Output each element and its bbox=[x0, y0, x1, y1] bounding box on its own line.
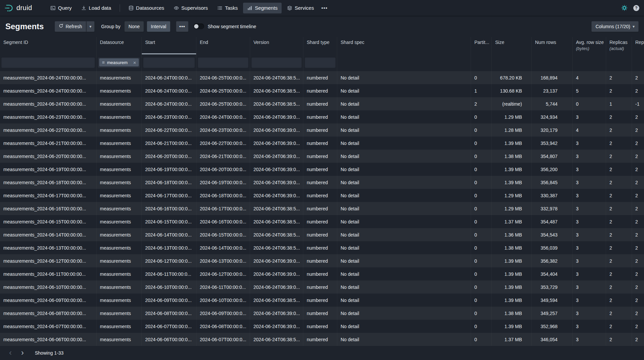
cell-start: 2024-06-14T00:00:0... bbox=[142, 228, 196, 241]
table-row[interactable]: measurements_2024-06-08T00:00:00...measu… bbox=[0, 307, 644, 320]
table-row[interactable]: measurements_2024-06-14T00:00:00...measu… bbox=[0, 228, 644, 241]
cell-segment_id: measurements_2024-06-07T00:00:00... bbox=[0, 320, 97, 333]
table-row[interactable]: measurements_2024-06-17T00:00:00...measu… bbox=[0, 189, 644, 202]
segments-more-actions-button[interactable]: ••• bbox=[176, 21, 189, 32]
cell-num_rows: 356,845 bbox=[532, 176, 573, 189]
refresh-button[interactable]: Refresh bbox=[55, 21, 86, 32]
table-row[interactable]: measurements_2024-06-16T00:00:00...measu… bbox=[0, 202, 644, 215]
previous-page-button[interactable]: ‹ bbox=[5, 348, 15, 358]
cell-partition: 0 bbox=[471, 280, 492, 294]
cell-avg_row_size: 3 bbox=[573, 189, 606, 202]
table-row[interactable]: measurements_2024-06-20T00:00:00...measu… bbox=[0, 150, 644, 163]
filter-input-segment_id[interactable] bbox=[1, 57, 95, 68]
nav-item-load-data[interactable]: Load data bbox=[77, 3, 115, 13]
datasource-filter-tag[interactable]: ≡measurem× bbox=[99, 58, 139, 66]
table-row[interactable]: measurements_2024-06-21T00:00:00...measu… bbox=[0, 137, 644, 150]
column-header-start[interactable]: Start bbox=[142, 37, 196, 54]
table-row[interactable]: measurements_2024-06-11T00:00:00...measu… bbox=[0, 267, 644, 280]
column-header-num_rows[interactable]: Num rows bbox=[532, 37, 573, 54]
brand-name: druid bbox=[16, 4, 32, 12]
druid-brand[interactable]: druid bbox=[5, 4, 32, 12]
cell-partition: 0 bbox=[471, 320, 492, 333]
column-header-datasource[interactable]: Datasource bbox=[97, 37, 142, 54]
cell-end: 2024-06-22T00:00:0... bbox=[196, 137, 250, 150]
cell-replicas: 2 bbox=[606, 215, 632, 228]
nav-item-label: Services bbox=[295, 5, 314, 11]
cell-partition: 0 bbox=[471, 254, 492, 267]
nav-item-datasources[interactable]: Datasources bbox=[124, 3, 168, 13]
table-row[interactable]: measurements_2024-06-07T00:00:00...measu… bbox=[0, 320, 644, 333]
cell-end: 2024-06-08T00:00:0... bbox=[196, 320, 250, 333]
nav-item-query[interactable]: Query bbox=[46, 3, 76, 13]
group-by-none-button[interactable]: None bbox=[124, 21, 143, 32]
table-row[interactable]: measurements_2024-06-24T00:00:00...measu… bbox=[0, 71, 644, 84]
column-header-version[interactable]: Version bbox=[250, 37, 303, 54]
help-icon[interactable]: ? bbox=[633, 5, 639, 11]
table-row[interactable]: measurements_2024-06-13T00:00:00...measu… bbox=[0, 241, 644, 254]
group-by-interval-button[interactable]: Interval bbox=[147, 21, 170, 32]
table-row[interactable]: measurements_2024-06-24T00:00:00...measu… bbox=[0, 84, 644, 97]
refresh-menu-button[interactable]: ▾ bbox=[86, 21, 95, 32]
table-row[interactable]: measurements_2024-06-19T00:00:00...measu… bbox=[0, 163, 644, 176]
column-header-end[interactable]: End bbox=[196, 37, 250, 54]
nav-item-services[interactable]: Services bbox=[283, 3, 318, 13]
cell-shard_type: numbered bbox=[303, 176, 337, 189]
cell-segment_id: measurements_2024-06-20T00:00:00... bbox=[0, 150, 97, 163]
nav-item-segments[interactable]: Segments bbox=[243, 3, 282, 13]
cell-end: 2024-06-18T00:00:0... bbox=[196, 189, 250, 202]
column-header-partition[interactable]: Partit... bbox=[471, 37, 492, 54]
cell-replicas: 2 bbox=[606, 202, 632, 215]
cell-version: 2024-06-24T06:38:5... bbox=[250, 202, 303, 215]
table-row[interactable]: measurements_2024-06-12T00:00:00...measu… bbox=[0, 254, 644, 267]
filter-input-datasource[interactable]: ≡measurem× bbox=[98, 57, 140, 68]
table-row[interactable]: measurements_2024-06-15T00:00:00...measu… bbox=[0, 215, 644, 228]
remove-filter-icon[interactable]: × bbox=[133, 60, 136, 65]
next-page-button[interactable]: › bbox=[17, 348, 27, 358]
table-row[interactable]: measurements_2024-06-06T00:00:00...measu… bbox=[0, 333, 644, 346]
cell-version: 2024-06-24T06:38:5... bbox=[250, 333, 303, 346]
table-row[interactable]: measurements_2024-06-18T00:00:00...measu… bbox=[0, 176, 644, 189]
table-row[interactable]: measurements_2024-06-24T00:00:00...measu… bbox=[0, 97, 644, 110]
cell-end: 2024-06-19T00:00:0... bbox=[196, 176, 250, 189]
cell-segment_id: measurements_2024-06-19T00:00:00... bbox=[0, 163, 97, 176]
cell-avg_row_size: 4 bbox=[573, 123, 606, 137]
cell-shard_type: numbered bbox=[303, 307, 337, 320]
nav-more-button[interactable]: ••• bbox=[318, 3, 331, 13]
column-header-label: Replicas bbox=[609, 40, 628, 45]
filter-input-shard_type[interactable] bbox=[305, 57, 336, 68]
table-row[interactable]: measurements_2024-06-22T00:00:00...measu… bbox=[0, 123, 644, 137]
cell-avg_row_size: 3 bbox=[573, 294, 606, 307]
nav-item-tasks[interactable]: Tasks bbox=[213, 3, 242, 13]
column-header-replicas[interactable]: Replicas(actual) bbox=[606, 37, 632, 54]
nav-item-supervisors[interactable]: Supervisors bbox=[170, 3, 212, 13]
filter-input-start[interactable] bbox=[143, 57, 195, 68]
column-header-replication_factor[interactable]: Replication factor bbox=[632, 37, 644, 54]
column-header-label: Shard type bbox=[307, 40, 334, 45]
cell-shard_type: numbered bbox=[303, 189, 337, 202]
cell-partition: 0 bbox=[471, 176, 492, 189]
filter-input-version[interactable] bbox=[251, 57, 302, 68]
table-row[interactable]: measurements_2024-06-09T00:00:00...measu… bbox=[0, 294, 644, 307]
cell-start: 2024-06-09T00:00:0... bbox=[142, 294, 196, 307]
cell-end: 2024-06-10T00:00:0... bbox=[196, 294, 250, 307]
show-segment-timeline-switch[interactable] bbox=[193, 23, 204, 29]
cell-num_rows: 349,594 bbox=[532, 294, 573, 307]
cell-start: 2024-06-24T00:00:0... bbox=[142, 97, 196, 110]
column-header-shard_type[interactable]: Shard type bbox=[303, 37, 337, 54]
cell-num_rows: 352,968 bbox=[532, 320, 573, 333]
column-header-avg_row_size[interactable]: Avg. row size(bytes) bbox=[573, 37, 606, 54]
columns-button[interactable]: Columns (17/20) ▾ bbox=[591, 21, 639, 32]
column-header-size[interactable]: Size bbox=[492, 37, 532, 54]
cell-datasource: measurements bbox=[97, 202, 142, 215]
filter-input-end[interactable] bbox=[198, 57, 248, 68]
filter-cell-start bbox=[142, 54, 196, 71]
column-header-shard_spec[interactable]: Shard spec bbox=[337, 37, 471, 54]
cell-replication_factor: 2 bbox=[632, 333, 644, 346]
table-row[interactable]: measurements_2024-06-10T00:00:00...measu… bbox=[0, 280, 644, 294]
cell-version: 2024-06-24T06:38:5... bbox=[250, 215, 303, 228]
table-row[interactable]: measurements_2024-06-23T00:00:00...measu… bbox=[0, 110, 644, 123]
settings-gear-icon[interactable] bbox=[621, 5, 628, 11]
cell-replication_factor: 2 bbox=[632, 254, 644, 267]
cell-segment_id: measurements_2024-06-08T00:00:00... bbox=[0, 307, 97, 320]
column-header-segment_id[interactable]: Segment ID bbox=[0, 37, 97, 54]
